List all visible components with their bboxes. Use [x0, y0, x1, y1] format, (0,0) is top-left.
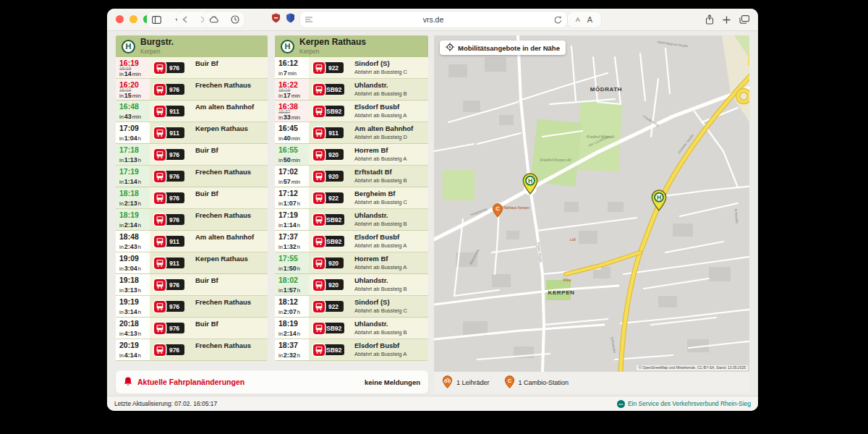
departure-row: 17:18 in1:13h 976 Buir Bf	[116, 144, 268, 166]
text-size-pill[interactable]: A A	[568, 12, 601, 27]
platform-info: Abfahrt ab Bussteig B	[354, 286, 426, 292]
line-number-badge: 976	[164, 84, 184, 95]
line-number-badge: 976	[164, 301, 184, 312]
station-city: Kerpen	[140, 48, 174, 55]
text-larger-button[interactable]: A	[587, 15, 593, 24]
destination-cell: Kerpen Rathaus	[190, 252, 268, 273]
destination-cell: Kerpen Rathaus	[190, 122, 268, 143]
share-icon[interactable]	[705, 14, 714, 25]
destination-name: Frechen Rathaus	[195, 212, 265, 219]
sidebar-toggle-icon[interactable]	[152, 16, 161, 24]
departure-row: 20:18 in4:13h 976 Buir Bf	[116, 318, 268, 339]
departure-row: 16:12 in7min 922 Sindorf (S) Abfahrt ab …	[275, 57, 428, 79]
line-cell: 920	[309, 274, 349, 295]
map-canvas[interactable]: Mobilitätsangebote in der Nähe MÖDRATHKE…	[434, 35, 749, 372]
departure-time: 18:12	[278, 298, 307, 306]
departure-time: 17:18	[119, 146, 148, 154]
destination-cell: Uhlandstr. Abfahrt ab Bussteig B	[349, 274, 428, 295]
address-bar[interactable]: vrs.de	[300, 12, 567, 27]
line-number-badge: 920	[323, 279, 344, 290]
map-legend-item[interactable]: 1 Leihräder	[442, 375, 490, 390]
tab-overview-icon[interactable]	[739, 15, 749, 24]
time-cell: 20:19 in4:14h	[116, 339, 150, 360]
reader-lines-icon[interactable]	[305, 17, 312, 22]
destination-cell: Erftstadt Bf Abfahrt ab Bussteig B	[349, 166, 428, 187]
departure-time: 18:37	[278, 341, 307, 349]
new-tab-plus-icon[interactable]	[723, 16, 731, 24]
red-shield-extension-icon[interactable]	[271, 13, 281, 23]
time-cell: 18:18 in2:13h	[116, 187, 150, 208]
destination-name: Horrem Bf	[354, 147, 426, 154]
platform-info: Abfahrt ab Bussteig D	[354, 134, 426, 140]
line-number-badge: 911	[164, 127, 184, 138]
text-smaller-button[interactable]: A	[576, 16, 581, 23]
bus-stop-map-marker[interactable]: H	[650, 190, 668, 214]
platform-info: Abfahrt ab Bussteig A	[354, 242, 426, 249]
destination-name: Sindorf (S)	[354, 299, 426, 306]
departure-row: 19:18 in3:13h 976 Buir Bf	[116, 274, 268, 296]
map-area-label: Lidl	[570, 237, 576, 242]
departure-time: 18:02	[278, 276, 307, 284]
bus-icon	[154, 279, 166, 291]
destination-name: Buir Bf	[195, 60, 265, 67]
departure-time: 18:48	[119, 233, 148, 241]
line-cell: SB92	[309, 339, 349, 360]
line-cell: 976	[150, 209, 190, 230]
nearby-mobility-button[interactable]: Mobilitätsangebote in der Nähe	[440, 41, 566, 55]
platform-info: Abfahrt ab Bussteig B	[354, 90, 426, 97]
departure-row: 17:55 in1:50h 920 Horrem Bf Abfahrt ab B…	[275, 252, 428, 274]
departure-time: 17:12	[278, 190, 307, 197]
departure-row: 19:09 in3:04h 911 Kerpen Rathaus	[116, 252, 268, 274]
svg-text:C: C	[495, 205, 500, 212]
platform-info: Abfahrt ab Bussteig B	[354, 329, 426, 336]
destination-name: Horrem Bf	[354, 255, 426, 263]
bus-icon	[313, 236, 325, 247]
station-name: Burgstr.	[140, 38, 174, 48]
cloud-icon[interactable]	[209, 16, 219, 23]
status-footer: Letzte Aktualisierung: 07.02. 16:05:17 v…	[107, 396, 758, 411]
reload-icon[interactable]	[554, 16, 562, 24]
line-number-badge: 922	[323, 301, 344, 312]
map-area-label: MÖDRATH	[590, 86, 623, 93]
schedule-changes-status: keine Meldungen	[365, 378, 420, 386]
line-cell: SB92	[309, 101, 349, 122]
departure-time: 16:12	[278, 59, 307, 67]
line-number-badge: 922	[323, 192, 344, 203]
line-number-badge: 976	[164, 279, 184, 290]
minimize-window-button[interactable]	[129, 15, 137, 23]
line-cell: 920	[309, 166, 349, 187]
line-cell: 911	[150, 122, 190, 143]
countdown: in14min	[119, 71, 148, 77]
map-legend-item[interactable]: C 1 Cambio-Station	[504, 375, 569, 390]
map-area-label: KERPEN	[548, 289, 575, 296]
line-cell: SB92	[309, 79, 349, 100]
vrs-logo: vrs	[617, 400, 625, 408]
destination-name: Buir Bf	[195, 277, 265, 284]
bus-icon	[154, 62, 166, 74]
line-number-badge: 976	[164, 214, 184, 225]
cloud-history-pill	[204, 12, 244, 27]
destination-cell: Am alten Bahnhof	[190, 231, 268, 252]
history-clock-icon[interactable]	[231, 15, 239, 24]
cambio-map-marker[interactable]: C	[492, 203, 503, 221]
bike-rental-pin-icon	[442, 375, 453, 390]
line-cell: 976	[150, 57, 190, 78]
svg-text:C: C	[508, 378, 511, 383]
destination-cell: Sindorf (S) Abfahrt ab Bussteig C	[349, 296, 428, 317]
back-button-icon[interactable]	[182, 16, 187, 23]
destination-cell: Elsdorf Busbf Abfahrt ab Bussteig A	[349, 231, 428, 252]
time-cell: 17:12 in1:07h	[275, 187, 309, 208]
bus-stop-map-marker[interactable]: H	[522, 173, 539, 197]
line-cell: 976	[150, 274, 190, 295]
line-cell: 976	[150, 144, 190, 165]
departure-row: 18:19 in2:14h SB92 Uhlandstr. Abfahrt ab…	[275, 318, 428, 339]
blue-shield-extension-icon[interactable]	[286, 13, 295, 23]
bus-icon	[154, 171, 166, 182]
countdown: in2:14h	[119, 222, 148, 229]
close-window-button[interactable]	[116, 15, 124, 23]
line-cell: 922	[309, 187, 349, 208]
schedule-changes-panel[interactable]: Aktuelle Fahrplanänderungen keine Meldun…	[116, 370, 428, 393]
departure-row: 16:19 16:18 in14min 976 Buir Bf	[116, 57, 268, 79]
departure-time: 17:09	[119, 124, 148, 132]
time-cell: 16:48 in43min	[116, 101, 150, 122]
